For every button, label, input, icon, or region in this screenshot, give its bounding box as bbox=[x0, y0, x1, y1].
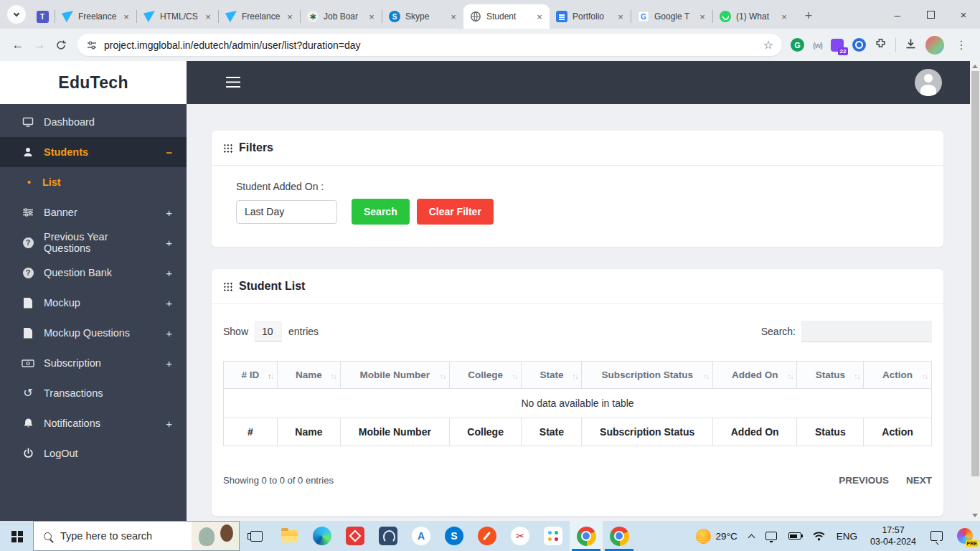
back-button[interactable]: ← bbox=[7, 34, 29, 56]
blue-extension-icon[interactable] bbox=[852, 38, 866, 52]
browser-menu-icon[interactable]: ⋮ bbox=[953, 38, 970, 52]
tab-skype[interactable]: S Skype × bbox=[382, 4, 463, 29]
address-bar[interactable]: project.imgglobal.in/edutech/admin/user/… bbox=[77, 34, 782, 56]
sidebar-item-question-bank[interactable]: ? Question Bank + bbox=[0, 258, 187, 288]
expand-icon[interactable]: + bbox=[166, 418, 172, 430]
close-icon[interactable]: × bbox=[202, 11, 214, 22]
column-header-id[interactable]: # ID↑↓ bbox=[224, 362, 278, 389]
column-header-status[interactable]: Status↑↓ bbox=[797, 362, 864, 389]
expand-icon[interactable]: + bbox=[166, 357, 172, 369]
expand-icon[interactable]: + bbox=[166, 207, 172, 219]
page-length-select[interactable]: 10 bbox=[255, 321, 282, 342]
downloads-icon[interactable] bbox=[905, 38, 917, 52]
tray-expand-button[interactable] bbox=[743, 521, 760, 551]
forward-button[interactable]: → bbox=[29, 34, 50, 56]
next-page-button[interactable]: NEXT bbox=[906, 475, 932, 486]
scrollbar-thumb[interactable] bbox=[971, 71, 979, 476]
battery-tray-icon[interactable] bbox=[783, 521, 807, 551]
close-icon[interactable]: × bbox=[615, 11, 626, 22]
expand-icon[interactable]: + bbox=[166, 237, 172, 249]
maximize-button[interactable] bbox=[914, 0, 947, 29]
clear-filter-button[interactable]: Clear Filter bbox=[417, 199, 494, 225]
sidebar-item-dashboard[interactable]: Dashboard bbox=[0, 107, 187, 137]
task-view-button[interactable] bbox=[240, 521, 273, 551]
user-avatar[interactable] bbox=[915, 69, 942, 96]
slack-button[interactable] bbox=[537, 521, 570, 551]
tab-pinned-teams[interactable]: T bbox=[30, 4, 55, 29]
sidebar-item-transactions[interactable]: ↺ Transactions bbox=[0, 378, 187, 408]
expand-icon[interactable]: + bbox=[166, 297, 172, 309]
tab-search-button[interactable] bbox=[7, 5, 26, 24]
edge-button[interactable] bbox=[306, 521, 339, 551]
column-header-college[interactable]: College↑↓ bbox=[449, 362, 522, 389]
close-icon[interactable]: × bbox=[778, 11, 790, 22]
sidebar-item-mockup[interactable]: Mockup + bbox=[0, 288, 187, 318]
expand-icon[interactable]: + bbox=[166, 327, 172, 339]
new-tab-button[interactable]: + bbox=[798, 6, 819, 26]
expand-icon[interactable]: + bbox=[166, 267, 172, 279]
search-button[interactable]: Search bbox=[352, 199, 410, 225]
start-button[interactable] bbox=[0, 521, 33, 551]
minimize-button[interactable]: – bbox=[881, 0, 914, 29]
close-icon[interactable]: × bbox=[366, 11, 377, 22]
chrome-button-2[interactable] bbox=[603, 521, 636, 551]
postgresql-button[interactable] bbox=[372, 521, 405, 551]
reload-button[interactable] bbox=[50, 34, 72, 56]
sidebar-item-banner[interactable]: Banner + bbox=[0, 197, 187, 227]
taskbar-search[interactable]: Type here to search bbox=[33, 521, 240, 551]
snipping-tool-button[interactable]: ✂ bbox=[504, 521, 537, 551]
pen-app-button[interactable] bbox=[471, 521, 504, 551]
tab-job-board[interactable]: ∗ Job Boar × bbox=[301, 4, 382, 29]
column-header-name[interactable]: Name↑↓ bbox=[278, 362, 341, 389]
close-icon[interactable]: × bbox=[448, 11, 459, 22]
collapse-icon[interactable]: − bbox=[166, 146, 172, 159]
tab-portfolio[interactable]: Portfolio × bbox=[550, 4, 631, 29]
close-icon[interactable]: × bbox=[121, 11, 132, 22]
sidebar-item-notifications[interactable]: Notifications + bbox=[0, 408, 187, 438]
close-icon[interactable]: × bbox=[697, 11, 708, 22]
chrome-button-active[interactable] bbox=[570, 521, 603, 551]
copilot-icon[interactable]: PRE bbox=[957, 528, 973, 544]
sidebar-item-subscription[interactable]: Subscription + bbox=[0, 348, 187, 378]
column-header-subscription[interactable]: Subscription Status↑↓ bbox=[582, 362, 713, 389]
browser-profile-avatar[interactable] bbox=[925, 36, 944, 55]
tab-whatsapp[interactable]: (1) What × bbox=[713, 4, 794, 29]
grammarly-icon[interactable]: G bbox=[791, 38, 804, 52]
dev-app-button[interactable]: A bbox=[405, 521, 438, 551]
close-icon[interactable]: × bbox=[534, 11, 545, 22]
file-explorer-button[interactable] bbox=[273, 521, 306, 551]
clock[interactable]: 17:57 03-04-2024 bbox=[863, 524, 923, 548]
column-header-state[interactable]: State↑↓ bbox=[522, 362, 582, 389]
language-indicator[interactable]: ENG bbox=[831, 521, 863, 551]
bookmark-star-icon[interactable]: ☆ bbox=[763, 38, 773, 52]
page-scrollbar[interactable] bbox=[970, 61, 980, 521]
tab-google-translate[interactable]: G Google T × bbox=[631, 4, 712, 29]
scroll-up-arrow[interactable] bbox=[972, 65, 978, 68]
sidebar-item-list[interactable]: • List bbox=[0, 167, 187, 197]
sidebar-item-previous-year-questions[interactable]: ? Previous Year Questions + bbox=[0, 227, 187, 258]
column-header-mobile[interactable]: Mobile Number↑↓ bbox=[340, 362, 449, 389]
column-header-added-on[interactable]: Added On↑↓ bbox=[712, 362, 796, 389]
tab-html-css[interactable]: HTML/CS × bbox=[137, 4, 218, 29]
scroll-down-arrow[interactable] bbox=[972, 514, 978, 517]
tab-freelance-1[interactable]: Freelance × bbox=[55, 4, 136, 29]
action-center-icon[interactable] bbox=[930, 531, 943, 541]
extensions-puzzle-icon[interactable] bbox=[875, 37, 887, 52]
cast-tray-icon[interactable] bbox=[760, 521, 783, 551]
tab-freelance-2[interactable]: Freelance × bbox=[219, 4, 300, 29]
weather-widget[interactable]: 29°C bbox=[690, 521, 743, 551]
close-window-button[interactable]: × bbox=[947, 0, 980, 29]
wifi-tray-icon[interactable] bbox=[807, 521, 831, 551]
tab-student-active[interactable]: Student × bbox=[463, 4, 550, 29]
wappalyzer-icon[interactable]: (w) bbox=[813, 41, 822, 50]
skype-button[interactable]: S bbox=[438, 521, 471, 551]
sidebar-item-mockup-questions[interactable]: Mockup Questions + bbox=[0, 318, 187, 348]
sidebar-item-logout[interactable]: LogOut bbox=[0, 438, 187, 468]
table-search-input[interactable] bbox=[801, 321, 932, 342]
anydesk-button[interactable] bbox=[339, 521, 372, 551]
close-icon[interactable]: × bbox=[284, 11, 296, 22]
previous-page-button[interactable]: PREVIOUS bbox=[839, 475, 889, 486]
purple-extension-icon[interactable]: 22 bbox=[831, 39, 844, 52]
hamburger-menu-icon[interactable] bbox=[226, 77, 242, 89]
student-added-on-input[interactable] bbox=[236, 200, 337, 224]
